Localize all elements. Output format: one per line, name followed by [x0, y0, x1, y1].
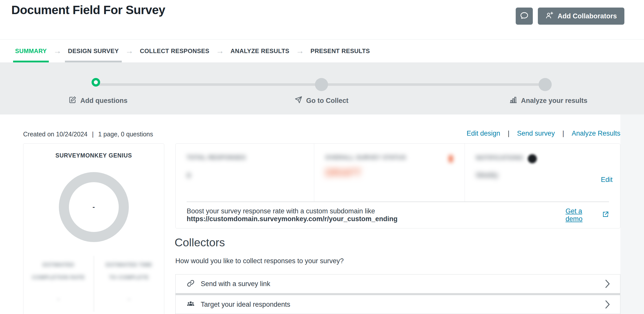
- header: Document Field For Survey Add Coll: [0, 0, 644, 40]
- survey-meta: Created on 10/24/2024 | 1 page, 0 questi…: [23, 131, 153, 138]
- progress-stepper: Add questions Go to Collect Analyze yo: [0, 62, 644, 114]
- add-collaborators-button[interactable]: Add Collaborators: [538, 8, 624, 25]
- link-icon: [187, 279, 195, 288]
- metric-value: -: [31, 295, 86, 303]
- page-right-gutter: [620, 114, 644, 314]
- chevron-right-icon: [605, 280, 610, 288]
- get-a-demo-link[interactable]: Get a demo: [566, 207, 598, 223]
- header-buttons: Add Collaborators: [516, 8, 624, 25]
- collector-option-survey-link[interactable]: Send with a survey link: [175, 274, 620, 293]
- survey-summary-page: Document Field For Survey Add Coll: [0, 0, 644, 314]
- edit-notifications-link[interactable]: Edit: [601, 176, 613, 184]
- collectors-question: How would you like to collect responses …: [175, 257, 344, 265]
- notifications-column: NOTIFICATIONS Weekly Edit: [465, 144, 620, 202]
- step-label-text: Analyze your results: [521, 97, 587, 105]
- audience-icon: [187, 300, 195, 309]
- stat-value: Weekly: [476, 171, 498, 179]
- created-date: Created on 10/24/2024: [23, 131, 88, 138]
- step-label-text: Add questions: [80, 97, 128, 105]
- tab-arrow-icon: →: [53, 46, 61, 56]
- chevron-right-icon: [605, 300, 610, 309]
- collectors-title: Collectors: [175, 236, 225, 249]
- tab-collect-responses[interactable]: COLLECT RESPONSES: [140, 40, 209, 62]
- tab-arrow-icon: →: [216, 46, 224, 56]
- stat-value: 0: [187, 171, 193, 180]
- step-label-text: Go to Collect: [306, 97, 348, 105]
- paper-plane-icon: [295, 96, 302, 105]
- genius-metrics: ESTIMATED COMPLETION RATE - ESTIMATED TI…: [23, 254, 164, 312]
- ring-value: -: [59, 172, 129, 242]
- collector-option-label: Target your ideal respondents: [201, 301, 290, 308]
- metrics-divider: [94, 256, 94, 312]
- total-responses-column: TOTAL RESPONSES 0: [176, 144, 314, 202]
- survey-stats-panel: TOTAL RESPONSES 0 OVERALL SURVEY STATUS …: [175, 143, 620, 228]
- step-analyze-results[interactable]: Analyze your results: [491, 96, 606, 105]
- step-add-questions[interactable]: Add questions: [40, 96, 156, 105]
- comments-button[interactable]: [516, 8, 533, 25]
- tab-arrow-icon: →: [125, 46, 133, 56]
- collector-option-label: Send with a survey link: [201, 280, 270, 288]
- tab-arrow-icon: →: [296, 46, 304, 56]
- external-link-icon: [602, 211, 609, 220]
- survey-nav-tabs: SUMMARY → DESIGN SURVEY → COLLECT RESPON…: [0, 40, 644, 62]
- step-go-to-collect[interactable]: Go to Collect: [264, 96, 379, 105]
- send-survey-link[interactable]: Send survey: [517, 130, 555, 137]
- step-dot-current[interactable]: [92, 78, 100, 87]
- status-badge: DRAFT: [325, 167, 361, 179]
- step-dot-collect[interactable]: [315, 78, 328, 91]
- add-collaborators-label: Add Collaborators: [557, 12, 617, 20]
- quick-links: Edit design | Send survey | Analyze Resu…: [467, 130, 620, 137]
- page-title: Document Field For Survey: [11, 3, 165, 17]
- analyze-results-link[interactable]: Analyze Results: [572, 130, 620, 137]
- genius-title: SURVEYMONKEY GENIUS: [23, 152, 164, 159]
- custom-domain-banner: Boost your survey response rate with a c…: [176, 202, 620, 228]
- person-plus-icon: [545, 11, 553, 21]
- compose-icon: [69, 96, 76, 105]
- status-alert-icon: [449, 155, 453, 163]
- link-separator: |: [508, 130, 509, 137]
- stat-label: NOTIFICATIONS: [476, 154, 523, 161]
- stat-label: OVERALL SURVEY STATUS: [325, 154, 406, 161]
- survey-status-column: OVERALL SURVEY STATUS DRAFT: [314, 144, 465, 202]
- tab-summary[interactable]: SUMMARY: [15, 40, 47, 62]
- edit-design-link[interactable]: Edit design: [467, 130, 500, 137]
- surveymonkey-genius-card: SURVEYMONKEY GENIUS - ESTIMATED COMPLETI…: [23, 143, 164, 314]
- tab-present-results[interactable]: PRESENT RESULTS: [310, 40, 370, 62]
- metric-label: ESTIMATED COMPLETION RATE: [31, 258, 86, 284]
- tab-analyze-results[interactable]: ANALYZE RESULTS: [230, 40, 289, 62]
- comment-bubble-icon: [520, 11, 529, 21]
- stat-label: TOTAL RESPONSES: [187, 154, 246, 161]
- metric-value: -: [102, 295, 157, 303]
- bar-chart-icon: [509, 96, 517, 105]
- stats-row: TOTAL RESPONSES 0 OVERALL SURVEY STATUS …: [176, 144, 620, 202]
- link-separator: |: [562, 130, 564, 137]
- collector-options: Send with a survey link Target your id: [175, 274, 620, 314]
- banner-text: Boost your survey response rate with a c…: [187, 207, 566, 223]
- pages-questions-count: 1 page, 0 questions: [98, 131, 153, 138]
- genius-score-ring: -: [59, 172, 129, 242]
- step-dot-analyze[interactable]: [539, 78, 552, 91]
- collector-option-target-respondents[interactable]: Target your ideal respondents: [175, 295, 620, 314]
- get-a-demo: Get a demo: [566, 207, 609, 223]
- meta-separator: |: [92, 131, 94, 138]
- tab-design-survey[interactable]: DESIGN SURVEY: [68, 40, 119, 62]
- example-url: https://customdomain.surveymonkey.com/r/…: [187, 215, 397, 223]
- estimated-time-to-complete: ESTIMATED TIME TO COMPLETE -: [94, 254, 164, 312]
- banner-text-prefix: Boost your survey response rate with a c…: [187, 207, 375, 215]
- help-tooltip-icon[interactable]: [528, 154, 537, 163]
- metric-label: ESTIMATED TIME TO COMPLETE: [102, 258, 157, 284]
- estimated-completion-rate: ESTIMATED COMPLETION RATE -: [23, 254, 94, 312]
